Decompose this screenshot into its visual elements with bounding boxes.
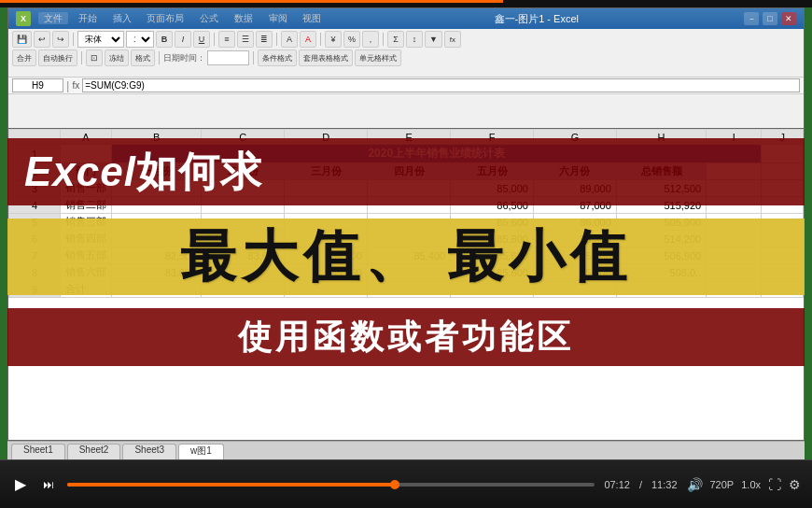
- fullscreen-icon[interactable]: ⛶: [768, 477, 781, 492]
- sheet-tab-3[interactable]: Sheet3: [122, 444, 176, 459]
- underline-button[interactable]: U: [193, 31, 210, 48]
- overlay-banner-function: 使用函数或者功能区: [7, 308, 805, 366]
- insert-func-button[interactable]: fx: [444, 31, 461, 48]
- save-button[interactable]: 💾: [12, 31, 32, 48]
- sheet-tab-bar: Sheet1 Sheet2 Sheet3 w图1: [7, 441, 805, 459]
- settings-icon[interactable]: ⚙: [789, 477, 801, 492]
- close-button[interactable]: ✕: [781, 12, 796, 25]
- progress-bar[interactable]: [67, 483, 595, 487]
- table-format-button[interactable]: 套用表格格式: [299, 49, 353, 66]
- next-button[interactable]: ⏭: [39, 474, 58, 495]
- overlay-banner-excel: Excel如何求: [7, 138, 805, 205]
- progress-fill: [67, 483, 395, 487]
- border-button[interactable]: ⊡: [86, 49, 103, 66]
- tab-data[interactable]: 数据: [229, 12, 259, 24]
- excel-icon: X: [16, 11, 31, 26]
- undo-button[interactable]: ↩: [34, 31, 50, 48]
- player-right-controls: 🔊 720P 1.0x ⛶ ⚙: [687, 477, 802, 492]
- formula-bar: | fx: [8, 78, 804, 94]
- fill-color-button[interactable]: A: [281, 31, 298, 48]
- play-button[interactable]: ▶: [11, 472, 30, 497]
- status-top-bar: [0, 0, 812, 7]
- video-progress-top: [0, 0, 503, 3]
- percent-button[interactable]: %: [343, 31, 360, 48]
- tab-formula[interactable]: 公式: [194, 12, 224, 24]
- screenshot-container: X 文件 开始 插入 页面布局 公式 数据 审阅 视图 鑫一-图片1 - Exc…: [0, 0, 812, 508]
- redo-button[interactable]: ↪: [52, 31, 69, 48]
- excel-word: Excel: [24, 148, 136, 194]
- currency-button[interactable]: ¥: [325, 31, 342, 48]
- font-size-selector[interactable]: 12: [126, 31, 154, 48]
- conditional-format-button[interactable]: 条件格式: [258, 49, 297, 66]
- overlay-banner-minmax: 最大值、 最小值: [7, 219, 805, 295]
- maximize-button[interactable]: □: [763, 12, 777, 25]
- sep6: [81, 51, 82, 64]
- window-controls: － □ ✕: [744, 12, 796, 25]
- tab-view[interactable]: 视图: [297, 12, 327, 24]
- progress-dot: [390, 480, 399, 489]
- tab-insert[interactable]: 插入: [107, 12, 137, 24]
- total-time: 11:32: [651, 479, 678, 490]
- align-left-button[interactable]: ≡: [218, 31, 235, 48]
- bold-button[interactable]: B: [156, 31, 173, 48]
- tab-layout[interactable]: 页面布局: [141, 12, 189, 24]
- sep3: [276, 33, 277, 46]
- volume-icon[interactable]: 🔊: [687, 477, 703, 492]
- formula-input[interactable]: [82, 78, 800, 92]
- comma-button[interactable]: ,: [362, 31, 379, 48]
- cell-style-button[interactable]: 单元格样式: [355, 49, 401, 66]
- video-player-controls: ▶ ⏭ 07:12 / 11:32 🔊 720P 1.0x ⛶ ⚙: [0, 459, 812, 508]
- sep4: [320, 33, 321, 46]
- formula-separator: |: [66, 78, 69, 92]
- align-right-button[interactable]: ≣: [256, 31, 273, 48]
- date-label: 日期时间：: [163, 52, 205, 64]
- time-separator: /: [639, 479, 642, 490]
- sum-button[interactable]: Σ: [387, 31, 404, 48]
- quality-button[interactable]: 720P: [710, 479, 735, 490]
- wrap-button[interactable]: 自动换行: [38, 49, 77, 66]
- freeze-button[interactable]: 冻结: [105, 49, 129, 66]
- title-bar: X 文件 开始 插入 页面布局 公式 数据 审阅 视图 鑫一-图片1 - Exc…: [8, 8, 804, 29]
- toolbar-row-2: 合并 自动换行 ⊡ 冻结 格式 日期时间： 条件格式 套用表格格式 单元格样式: [12, 49, 800, 66]
- sheet-tab-1[interactable]: Sheet1: [11, 444, 65, 459]
- font-selector[interactable]: 宋体: [77, 31, 124, 48]
- toolbar-area: 💾 ↩ ↪ 宋体 12 B I U ≡ ☰ ≣ A A ¥ % ,: [8, 29, 804, 78]
- sep2: [214, 33, 215, 46]
- toolbar-row-1: 💾 ↩ ↪ 宋体 12 B I U ≡ ☰ ≣ A A ¥ % ,: [12, 31, 800, 48]
- merge-button[interactable]: 合并: [12, 49, 36, 66]
- tab-file[interactable]: 文件: [38, 12, 68, 24]
- tab-bar-items: 文件 开始 插入 页面布局 公式 数据 审阅 视图: [38, 12, 329, 25]
- sep8: [253, 51, 254, 64]
- cell-reference-input[interactable]: [12, 78, 63, 92]
- align-center-button[interactable]: ☰: [237, 31, 254, 48]
- sep1: [73, 33, 74, 46]
- sep7: [159, 51, 160, 64]
- overlay-text-function: 使用函数或者功能区: [238, 315, 574, 360]
- current-time: 07:12: [604, 479, 630, 490]
- minimize-button[interactable]: －: [744, 12, 759, 25]
- overlay-text-excel: Excel如何求: [24, 145, 262, 200]
- window-title: 鑫一-图片1 - Excel: [336, 12, 736, 26]
- sheet-tab-2[interactable]: Sheet2: [67, 444, 121, 459]
- sort-button[interactable]: ↕: [406, 31, 423, 48]
- ruhe-text: 如何求: [136, 148, 262, 194]
- excel-interface: X 文件 开始 插入 页面布局 公式 数据 审阅 视图 鑫一-图片1 - Exc…: [7, 7, 805, 129]
- filter-button[interactable]: ▼: [425, 31, 442, 48]
- tab-home[interactable]: 开始: [73, 12, 103, 24]
- overlay-text-minmax: 最大值、 最小值: [180, 219, 633, 295]
- sep5: [383, 33, 384, 46]
- date-input[interactable]: [207, 50, 249, 65]
- function-button[interactable]: fx: [72, 80, 79, 91]
- speed-button[interactable]: 1.0x: [741, 479, 761, 490]
- format-button[interactable]: 格式: [131, 49, 155, 66]
- sheet-tab-4[interactable]: w图1: [178, 444, 224, 459]
- tab-review[interactable]: 审阅: [263, 12, 293, 24]
- italic-button[interactable]: I: [175, 31, 191, 48]
- font-color-button[interactable]: A: [300, 31, 316, 48]
